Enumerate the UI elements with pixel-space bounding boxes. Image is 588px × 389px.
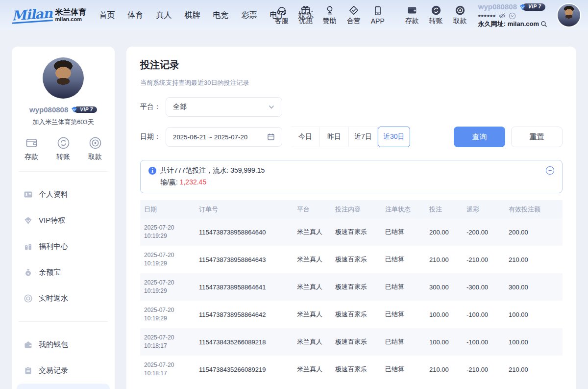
cell-bet-amount: 100.00 xyxy=(425,338,463,346)
quick-date-button[interactable]: 近30日 xyxy=(378,127,410,147)
cell-bet-amount: 210.00 xyxy=(425,256,463,263)
bet-records-panel: 投注记录 当前系统支持查询最近30日的投注记录 平台： 全部 日期： 2025-… xyxy=(126,47,576,389)
cell-order-number: 1154738435266089219 xyxy=(195,366,293,373)
table-row: 2025-07-2010:19:29 1154738738958864642 米… xyxy=(140,301,563,328)
sidebar-transfer-button[interactable]: 转账 xyxy=(56,136,70,161)
sidebar-vip-badge[interactable]: VIP 7 xyxy=(71,106,97,113)
customer-service-button[interactable]: 客服 xyxy=(273,5,291,26)
cell-status: 已结算 xyxy=(381,337,425,346)
sidebar-divider xyxy=(19,321,108,322)
sidebar-item-rebate[interactable]: 实时返水 xyxy=(17,285,110,311)
cell-bet-content: 极速百家乐 xyxy=(331,228,381,236)
quick-date-button[interactable]: 近7日 xyxy=(349,127,378,147)
collapse-summary-button[interactable]: − xyxy=(546,166,554,175)
withdraw-label: 取款 xyxy=(453,17,467,26)
cell-status: 已结算 xyxy=(381,255,425,264)
gift-icon xyxy=(300,5,311,16)
platform-select[interactable]: 全部 xyxy=(166,97,282,117)
date-range-input[interactable]: 2025-06-21 ~ 2025-07-20 xyxy=(166,127,282,147)
sidebar-withdraw-label: 取款 xyxy=(88,153,102,161)
chevron-down-circle-icon[interactable] xyxy=(509,12,516,20)
deposit-label: 存款 xyxy=(405,17,419,26)
cell-bet-content: 极速百家乐 xyxy=(331,283,381,291)
magnifier-icon[interactable] xyxy=(540,21,547,27)
transaction-log-icon xyxy=(24,366,33,375)
winloss-value: 1,232.45 xyxy=(180,178,207,186)
cell-valid-amount: 300.00 xyxy=(505,284,563,291)
transfer-outline-icon xyxy=(57,136,70,150)
nav-item[interactable]: 体育 xyxy=(128,10,144,21)
table-body: 2025-07-2010:19:29 1154738738958864640 米… xyxy=(140,218,563,383)
sidebar-item-benefits[interactable]: 福利中心 xyxy=(17,233,110,259)
nav-item[interactable]: 彩票 xyxy=(242,10,257,21)
cell-payout: -200.00 xyxy=(463,229,505,236)
app-download-button[interactable]: APP xyxy=(369,5,387,25)
date-filter-row: 日期： 2025-06-21 ~ 2025-07-20 今日昨日近7日近30日 … xyxy=(140,127,563,147)
quick-date-group: 今日昨日近7日近30日 xyxy=(291,127,410,147)
sponsorship-button[interactable]: 赞助 xyxy=(321,5,339,26)
promotions-button[interactable]: 优惠 xyxy=(297,5,315,26)
cell-datetime: 2025-07-2010:19:29 xyxy=(140,279,195,295)
cell-order-number: 1154738738958864642 xyxy=(195,311,293,318)
quick-date-button[interactable]: 今日 xyxy=(291,127,320,147)
cell-platform: 米兰真人 xyxy=(293,283,331,291)
withdraw-icon xyxy=(455,5,466,16)
topbar-right: 客服 优惠 赞助 合营 APP 存款 转账 取款 xyxy=(273,0,580,30)
cell-datetime: 2025-07-2010:18:17 xyxy=(140,334,195,350)
cell-platform: 米兰真人 xyxy=(293,255,331,264)
sidebar-item-my-wallet[interactable]: 我的钱包 xyxy=(17,332,110,358)
sidebar-withdraw-button[interactable]: 取款 xyxy=(88,136,102,161)
username: wyp080808 xyxy=(478,2,517,12)
sidebar-item-transaction-records[interactable]: 交易记录 xyxy=(17,358,110,384)
nav-item[interactable]: 电竞 xyxy=(213,10,229,21)
cell-bet-amount: 200.00 xyxy=(425,229,463,236)
sidebar-deposit-button[interactable]: 存款 xyxy=(24,136,38,161)
user-avatar[interactable] xyxy=(558,4,580,26)
reset-button[interactable]: 重置 xyxy=(511,127,563,147)
sidebar-item-yuebao[interactable]: 余额宝 xyxy=(17,259,110,285)
nav-item[interactable]: 棋牌 xyxy=(185,10,200,21)
sidebar-item-label: 我的钱包 xyxy=(39,340,68,349)
transfer-label: 转账 xyxy=(429,17,443,26)
cell-platform: 米兰真人 xyxy=(293,310,331,319)
col-bet: 投注 xyxy=(425,205,463,214)
cell-bet-content: 极速百家乐 xyxy=(331,365,381,374)
headset-icon xyxy=(276,5,287,16)
col-order: 订单号 xyxy=(195,205,293,214)
cell-valid-amount: 210.00 xyxy=(505,366,563,373)
vip-badge[interactable]: VIP 7 xyxy=(519,3,545,11)
col-payout: 派彩 xyxy=(463,205,505,214)
eye-off-icon[interactable] xyxy=(498,12,506,20)
nav-item[interactable]: 真人 xyxy=(156,10,172,21)
col-status: 注单状态 xyxy=(381,205,425,214)
sidebar-item-bet-records[interactable]: 投注记录 xyxy=(17,384,110,389)
withdraw-button[interactable]: 取款 xyxy=(451,5,469,26)
platform-filter-row: 平台： 全部 xyxy=(140,97,563,117)
affiliate-button[interactable]: 合营 xyxy=(345,5,363,26)
user-info-block: wyp080808 VIP 7 ****** 永久网址: milan.com xyxy=(478,2,547,28)
sidebar-menu-secondary: 我的钱包 交易记录 投注记录 xyxy=(12,332,115,389)
nav-item[interactable]: 首页 xyxy=(99,10,115,21)
sidebar-item-vip[interactable]: VIP特权 xyxy=(17,207,110,233)
table-header-row: 日期 订单号 平台 投注内容 注单状态 投注 派彩 有效投注额 xyxy=(140,200,563,218)
date-range-value: 2025-06-21 ~ 2025-07-20 xyxy=(173,133,267,141)
bet-records-table: 日期 订单号 平台 投注内容 注单状态 投注 派彩 有效投注额 2025-07-… xyxy=(140,200,563,383)
profile-avatar[interactable] xyxy=(43,57,84,99)
masked-balance: ****** xyxy=(478,12,496,20)
permanent-url-label: 永久网址: milan.com xyxy=(478,20,539,28)
brand-script: Milan xyxy=(11,6,52,24)
deposit-button[interactable]: 存款 xyxy=(403,5,421,26)
transfer-button[interactable]: 转账 xyxy=(427,5,445,26)
cell-valid-amount: 210.00 xyxy=(505,256,563,263)
cell-payout: -300.00 xyxy=(463,284,505,291)
sidebar-item-label: 余额宝 xyxy=(39,268,61,277)
query-button[interactable]: 查询 xyxy=(454,127,505,147)
cell-status: 已结算 xyxy=(381,228,425,236)
cell-valid-amount: 100.00 xyxy=(505,338,563,346)
brand-logo[interactable]: Milan 米兰体育 milan.com xyxy=(12,8,87,23)
sidebar-item-profile[interactable]: 个人资料 xyxy=(17,182,110,207)
quick-date-button[interactable]: 昨日 xyxy=(320,127,349,147)
date-label: 日期： xyxy=(140,132,166,141)
summary-totals-text: 共计777笔投注，流水: 359,999.15 xyxy=(160,166,265,175)
cell-datetime: 2025-07-2010:19:29 xyxy=(140,224,195,240)
